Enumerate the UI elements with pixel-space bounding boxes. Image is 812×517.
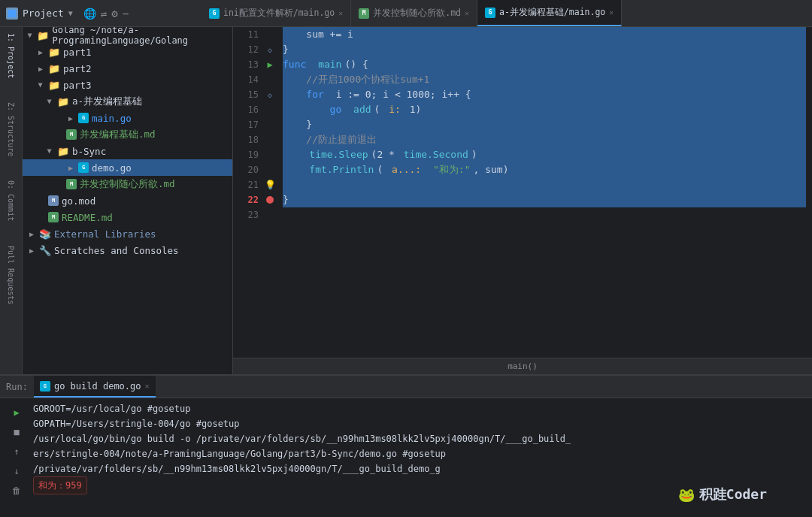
scroll-up-button[interactable]: ↑ xyxy=(8,443,25,460)
watermark-text: 积跬Coder xyxy=(699,485,767,503)
main-area: 1: Project Z: Structure 0: Commit Pull R… xyxy=(0,27,812,374)
watermark: 🐸 积跬Coder xyxy=(678,485,767,503)
tree-item-scratches[interactable]: ▶ 🔧 Scratches and Consoles xyxy=(23,242,232,258)
file-tree: ▶ 📁 Golang ~/note/a-ProgramingLanguage/G… xyxy=(23,27,233,374)
folder-icon-afolder: 📁 xyxy=(57,96,69,107)
run-tab-close[interactable]: ✕ xyxy=(145,382,150,390)
sidebar-icon-strip: 1: Project Z: Structure 0: Commit Pull R… xyxy=(0,27,23,374)
folder-icon-golang: 📁 xyxy=(37,30,49,41)
toolbar-minus-icon[interactable]: − xyxy=(123,8,129,20)
tree-item-extlib[interactable]: ▶ 📚 External Libraries xyxy=(23,225,232,242)
sidebar-item-pullrequests[interactable]: Pull Requests xyxy=(5,243,17,307)
code-lines-area[interactable]: sum += i } func main() { //开启1000个协程让sum… xyxy=(277,27,812,358)
watermark-frog-icon: 🐸 xyxy=(678,487,695,503)
tree-item-golang[interactable]: ▶ 📁 Golang ~/note/a-ProgramingLanguage/G… xyxy=(23,27,232,44)
code-line-11: sum += i xyxy=(283,27,806,42)
tree-item-part1[interactable]: ▶ 📁 part1 xyxy=(23,44,232,60)
md-file-icon: M xyxy=(359,8,369,19)
tree-item-demogo[interactable]: ▶ ▶ G demo.go xyxy=(23,159,232,176)
md-icon-readme: M xyxy=(48,212,59,222)
tree-arrow-golang: ▶ xyxy=(26,32,35,38)
clear-button[interactable]: 🗑 xyxy=(8,482,25,499)
tree-label-part3: part3 xyxy=(63,80,92,91)
toolbar-globe-icon[interactable]: 🌐 xyxy=(83,8,96,20)
console-line-5: /private/var/folders/sb/__n99hm13ms08lkk… xyxy=(33,461,806,476)
tree-label-bsync: b-Sync xyxy=(72,146,106,157)
go-file-icon: G xyxy=(209,8,220,19)
tab-abfj-close[interactable]: ✕ xyxy=(609,8,614,17)
extlib-icon: 📚 xyxy=(39,228,51,240)
code-line-18: //防止提前退出 xyxy=(283,132,806,147)
go-icon-demo: G xyxy=(78,162,89,173)
tab-bfkz-close[interactable]: ✕ xyxy=(465,9,469,17)
gutter: ◇ ▶ ◇ 💡 xyxy=(263,27,277,358)
tab-bfkz-label: 并发控制随心所欲.md xyxy=(373,8,461,19)
code-line-13: func main() { xyxy=(283,57,806,72)
tree-item-readme[interactable]: ▶ M README.md xyxy=(23,209,232,225)
tree-arrow-demogo2: ▶ xyxy=(66,164,75,172)
console-line-1: GOROOT=/usr/local/go #gosetup xyxy=(33,401,806,416)
console-sidebar: ▶ ■ ↑ ↓ 🗑 xyxy=(6,401,27,514)
tree-item-bcmd[interactable]: ▶ M 并发控制随心所欲.md xyxy=(23,176,232,192)
console-line-2: GOPATH=/Users/stringle-004/go #gosetup xyxy=(33,416,806,431)
run-tab-demogo[interactable]: G go build demo.go ✕ xyxy=(34,376,156,398)
code-line-21 xyxy=(283,177,806,192)
tab-bfkz-md[interactable]: M 并发控制随心所欲.md ✕ xyxy=(351,0,477,26)
folder-icon-bsync: 📁 xyxy=(57,146,69,157)
tree-label-golang: Golang ~/note/a-ProgramingLanguage/Golan… xyxy=(52,27,228,46)
md-icon-bcmd: M xyxy=(66,179,77,189)
code-editor: 11 12 13 14 15 16 17 18 19 20 21 22 23 ◇ xyxy=(233,27,812,374)
tab-ini-main[interactable]: G ini配置文件解析/main.go ✕ xyxy=(201,0,351,26)
go-file-icon-active: G xyxy=(485,8,495,18)
tab-ini-close[interactable]: ✕ xyxy=(338,9,343,17)
tree-item-main-go[interactable]: ▶ ▶ G main.go xyxy=(23,110,232,126)
code-line-19: time.Sleep(2 * time.Second) xyxy=(283,147,806,162)
tree-arrow-part2: ▶ xyxy=(36,65,45,73)
tree-arrow-part1: ▶ xyxy=(36,48,45,56)
tree-label-afolder: a-并发编程基础 xyxy=(72,95,142,108)
tree-arrow-part3: ▶ xyxy=(37,80,45,89)
run-tab-bar: Run: G go build demo.go ✕ xyxy=(0,376,812,398)
tree-item-bfmd[interactable]: ▶ M 并发编程基础.md xyxy=(23,126,232,143)
code-line-15: for i := 0; i < 1000; i++ { xyxy=(283,87,806,102)
breakpoint-icon xyxy=(266,196,274,204)
tree-label-bcmd: 并发控制随心所欲.md xyxy=(80,178,175,191)
line-numbers: 11 12 13 14 15 16 17 18 19 20 21 22 23 xyxy=(233,27,263,358)
sidebar-item-project[interactable]: 1: Project xyxy=(5,30,17,81)
tree-item-bsync[interactable]: ▶ 📁 b-Sync xyxy=(23,143,232,159)
tree-label-part1: part1 xyxy=(63,47,92,58)
folder-icon-part2: 📁 xyxy=(48,63,60,74)
tree-label-readme: README.md xyxy=(62,212,113,223)
code-line-12: } xyxy=(283,42,806,57)
status-main: main() xyxy=(508,361,538,371)
tree-item-part2[interactable]: ▶ 📁 part2 xyxy=(23,60,232,77)
scroll-down-button[interactable]: ↓ xyxy=(8,463,25,479)
project-section: Project ▼ 🌐 ⇌ ⚙ − xyxy=(6,8,201,20)
stop-button[interactable]: ■ xyxy=(8,424,25,440)
code-line-22: } xyxy=(283,192,806,207)
sidebar-item-structure[interactable]: Z: Structure xyxy=(5,99,17,159)
console-line-4: ers/stringle-004/note/a-PramingLanguage/… xyxy=(33,446,806,461)
tree-label-maingo: main.go xyxy=(92,113,132,124)
tree-label-bfmd: 并发编程基础.md xyxy=(80,128,156,141)
scratch-icon: 🔧 xyxy=(39,245,51,256)
tree-arrow-bsync: ▶ xyxy=(46,147,54,156)
project-dropdown-icon[interactable]: ▼ xyxy=(68,9,73,17)
tab-abfj-main[interactable]: G a-并发编程基础/main.go ✕ xyxy=(477,0,622,26)
tree-item-gomod[interactable]: ▶ M go.mod xyxy=(23,192,232,209)
tree-item-part3[interactable]: ▶ 📁 part3 xyxy=(23,77,232,93)
run-label: Run: xyxy=(6,382,28,392)
mod-icon: M xyxy=(48,195,59,206)
folder-icon-part3: 📁 xyxy=(48,80,60,91)
run-button[interactable]: ▶ xyxy=(8,404,25,421)
project-title: Project xyxy=(23,8,64,19)
run-tab-go-icon: G xyxy=(40,381,50,392)
diamond-15-icon: ◇ xyxy=(268,91,272,99)
toolbar-split-icon[interactable]: ⇌ xyxy=(101,8,107,20)
tree-item-afolder[interactable]: ▶ 📁 a-并发编程基础 xyxy=(23,93,232,110)
breakpoint-12-icon: ◇ xyxy=(268,46,272,54)
run-arrow-icon: ▶ xyxy=(267,59,272,70)
code-line-17: } xyxy=(283,117,806,132)
sidebar-item-commit[interactable]: 0: Commit xyxy=(5,177,17,224)
toolbar-gear-icon[interactable]: ⚙ xyxy=(111,8,117,20)
